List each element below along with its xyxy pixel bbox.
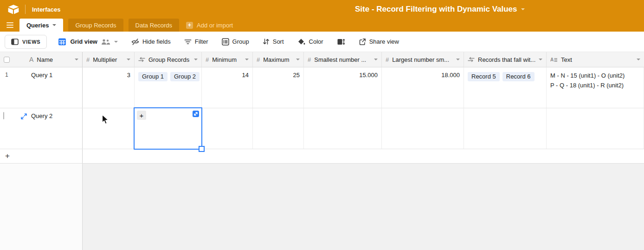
table-row-query-1: 1 Query 1 3 Group 1 Group 2 14 25 15.000… — [0, 67, 644, 108]
add-row-button[interactable]: + — [0, 149, 83, 163]
column-header-text[interactable]: A Text — [547, 52, 644, 67]
cell-maximum-empty[interactable] — [253, 108, 304, 149]
cell-largest-number-empty[interactable] — [382, 108, 464, 149]
linked-record-chip[interactable]: Record 6 — [502, 72, 535, 81]
row-height-icon — [337, 38, 345, 46]
number-field-icon: # — [86, 56, 90, 63]
cell-maximum[interactable]: 25 — [253, 67, 304, 108]
linked-record-chip[interactable]: Group 2 — [170, 72, 200, 81]
interfaces-nav-label[interactable]: Interfaces — [32, 6, 60, 13]
column-chevron-down-icon[interactable] — [296, 59, 300, 60]
cell-largest-number[interactable]: 18.000 — [382, 67, 464, 108]
group-label: Group — [232, 38, 249, 45]
airtable-logo-icon[interactable] — [7, 5, 19, 14]
column-header-maximum[interactable]: # Maximum — [253, 52, 304, 67]
tab-queries[interactable]: Queries — [19, 19, 63, 32]
expand-record-icon[interactable] — [20, 113, 27, 120]
color-button[interactable]: Color — [297, 38, 323, 46]
number-field-icon: # — [206, 56, 209, 63]
select-all-checkbox[interactable] — [4, 57, 10, 63]
tab-data-records-label: Data Records — [135, 22, 172, 29]
column-chevron-down-icon[interactable] — [75, 59, 78, 60]
hide-fields-button[interactable]: Hide fields — [131, 38, 171, 46]
cell-name[interactable]: 1 Query 1 — [0, 67, 83, 108]
selected-cell-editor[interactable]: + — [134, 107, 202, 150]
column-header-largest-number[interactable]: # Largest number sm... — [382, 52, 464, 67]
cell-text[interactable]: M - N - 15 (unit1) - O (unit2) P - Q - 1… — [547, 67, 644, 108]
share-view-button[interactable]: Share view — [359, 38, 399, 46]
column-header-group-records[interactable]: Group Records — [135, 52, 202, 67]
tab-group-records[interactable]: Group Records — [68, 19, 123, 32]
page-title[interactable]: Site - Record Filtering with Dynamic Val… — [355, 0, 525, 19]
number-field-icon: # — [386, 56, 389, 63]
fill-handle[interactable] — [199, 146, 205, 152]
number-field-icon: # — [308, 56, 311, 63]
cell-multiplier-empty[interactable] — [83, 108, 135, 149]
add-row-filler — [83, 149, 644, 163]
hide-fields-label: Hide fields — [142, 38, 171, 45]
empty-area-frozen-column — [0, 164, 83, 250]
view-switcher[interactable]: Grid view — [58, 38, 118, 46]
grid-empty-area — [0, 164, 644, 250]
table-row-query-2: Query 2 — [0, 108, 644, 149]
column-chevron-down-icon[interactable] — [637, 59, 640, 60]
sort-icon — [263, 38, 270, 45]
number-field-icon: # — [257, 56, 260, 63]
cell-group-records[interactable]: Group 1 Group 2 — [135, 67, 202, 108]
hide-fields-icon — [131, 38, 139, 46]
linked-records-field-icon — [468, 57, 475, 62]
sort-button[interactable]: Sort — [263, 38, 284, 45]
expand-cell-button[interactable] — [193, 111, 199, 117]
column-header-multiplier[interactable]: # Multiplier — [83, 52, 135, 67]
linked-record-chip[interactable]: Group 1 — [138, 72, 167, 81]
group-button[interactable]: Group — [222, 38, 249, 46]
column-chevron-down-icon[interactable] — [456, 59, 460, 60]
column-header-smallest-number[interactable]: # Smallest number ... — [304, 52, 382, 67]
menu-icon[interactable] — [6, 19, 13, 32]
cell-multiplier[interactable]: 3 — [83, 67, 135, 108]
sort-label: Sort — [273, 38, 284, 45]
svg-text:A: A — [550, 57, 554, 62]
column-chevron-down-icon[interactable] — [539, 59, 542, 60]
column-chevron-down-icon[interactable] — [127, 59, 130, 60]
cell-records-that-fall-empty[interactable] — [464, 108, 547, 149]
column-header-label: Group Records — [148, 56, 189, 63]
plus-icon: + — [186, 22, 193, 29]
column-header-label: Text — [561, 56, 572, 63]
add-or-import-button[interactable]: + Add or import — [186, 19, 233, 32]
column-header-label: Maximum — [263, 56, 289, 63]
text-line: P - Q - 18 (unit1) - R (unit2) — [550, 80, 640, 90]
column-header-records-that-fall[interactable]: Records that fall wit... — [464, 52, 547, 67]
tab-data-records[interactable]: Data Records — [129, 19, 179, 32]
column-header-label: Minimum — [212, 56, 237, 63]
views-button[interactable]: VIEWS — [5, 35, 47, 49]
tab-chevron-down-icon — [52, 24, 56, 26]
row-checkbox[interactable] — [3, 112, 4, 119]
column-header-name[interactable]: A Name — [0, 52, 83, 67]
cell-name-value: Query 1 — [31, 72, 52, 79]
cell-smallest-number[interactable]: 15.000 — [304, 67, 382, 108]
column-chevron-down-icon[interactable] — [374, 59, 378, 60]
group-icon — [222, 38, 229, 46]
page-tab-bar: Queries Group Records Data Records + Add… — [0, 19, 644, 32]
single-line-text-field-icon: A — [29, 56, 33, 63]
add-linked-record-button[interactable]: + — [137, 111, 146, 120]
grid-header-row: A Name # Multiplier Group Records # Mini… — [0, 52, 644, 67]
long-text-field-icon: A — [550, 57, 558, 63]
row-height-button[interactable] — [337, 38, 345, 46]
cell-name[interactable]: Query 2 — [0, 108, 83, 149]
column-header-minimum[interactable]: # Minimum — [202, 52, 253, 67]
linked-record-chip[interactable]: Record 5 — [468, 72, 500, 81]
add-or-import-label: Add or import — [197, 22, 233, 29]
column-chevron-down-icon[interactable] — [194, 59, 198, 60]
cell-text-empty[interactable] — [547, 108, 644, 149]
cell-smallest-number-empty[interactable] — [304, 108, 382, 149]
cell-minimum-empty[interactable] — [202, 108, 253, 149]
filter-button[interactable]: Filter — [184, 38, 208, 45]
column-chevron-down-icon[interactable] — [245, 59, 249, 60]
tab-queries-label: Queries — [26, 22, 49, 29]
cell-records-that-fall[interactable]: Record 5 Record 6 — [464, 67, 547, 108]
grid-view-icon — [58, 38, 66, 46]
share-view-icon — [359, 38, 366, 46]
cell-minimum[interactable]: 14 — [202, 67, 253, 108]
